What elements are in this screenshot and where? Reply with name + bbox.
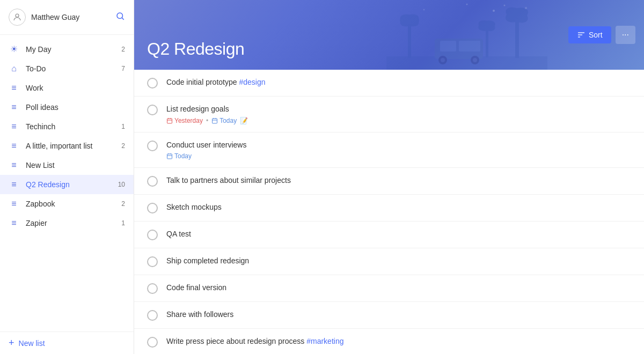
svg-rect-16 — [440, 41, 456, 51]
task-title: Conduct user interviews — [166, 140, 631, 151]
list-icon: ≡ — [9, 160, 19, 170]
nav-badge: 1 — [121, 123, 125, 130]
main-content: Q2 Redesign Sort ··· Code initial protot… — [134, 0, 644, 354]
task-note: 📝 — [240, 117, 248, 124]
task-checkbox[interactable] — [147, 256, 158, 267]
svg-rect-12 — [486, 27, 488, 57]
sidebar-item-work[interactable]: ≡ Work — [0, 78, 134, 98]
task-item[interactable]: Conduct user interviews Today — [134, 132, 644, 168]
svg-rect-8 — [515, 16, 519, 58]
sidebar-item-poll-ideas[interactable]: ≡ Poll ideas — [0, 98, 134, 117]
task-checkbox[interactable] — [147, 203, 158, 213]
svg-point-19 — [441, 58, 445, 62]
svg-point-11 — [507, 10, 526, 20]
task-checkbox[interactable] — [147, 230, 158, 240]
task-content: List redesign goals Yesterday• Today📝 — [166, 104, 631, 124]
nav-badge: 10 — [118, 181, 125, 188]
sidebar-item-q2-redesign[interactable]: ≡ Q2 Redesign 10 — [0, 175, 134, 194]
nav-badge: 2 — [121, 200, 125, 208]
task-title: Sketch mockups — [166, 202, 631, 213]
task-item[interactable]: Ship completed redesign — [134, 248, 644, 275]
task-title: Talk to partners about similar projects — [166, 175, 631, 186]
sort-icon — [577, 31, 586, 39]
task-item[interactable]: Talk to partners about similar projects — [134, 168, 644, 195]
meta-dot: • — [206, 117, 208, 124]
task-checkbox[interactable] — [147, 176, 158, 187]
header-background — [134, 0, 644, 70]
task-item[interactable]: Write press piece about redesign process… — [134, 329, 644, 354]
task-title: Write press piece about redesign process… — [166, 336, 631, 347]
new-list-button[interactable]: + New list — [0, 331, 134, 354]
list-icon: ≡ — [9, 199, 19, 209]
sidebar-item-my-day[interactable]: ☀ My Day 2 — [0, 39, 134, 59]
task-item[interactable]: List redesign goals Yesterday• Today📝 — [134, 97, 644, 132]
task-content: Write press piece about redesign process… — [166, 336, 631, 347]
task-checkbox[interactable] — [147, 283, 158, 294]
task-content: Code initial prototype #design — [166, 77, 631, 88]
user-profile[interactable]: Matthew Guay — [9, 9, 79, 26]
nav-label: Zapier — [26, 219, 121, 227]
nav-badge: 1 — [121, 219, 125, 227]
svg-rect-30 — [167, 119, 172, 123]
task-item[interactable]: Code final version — [134, 275, 644, 302]
task-title: QA test — [166, 229, 631, 240]
task-item[interactable]: Share with followers — [134, 302, 644, 329]
task-title: Ship completed redesign — [166, 256, 631, 267]
task-content: Share with followers — [166, 309, 631, 320]
more-button[interactable]: ··· — [616, 26, 635, 44]
task-item[interactable]: Code initial prototype #design — [134, 70, 644, 97]
sidebar-item-zapbook[interactable]: ≡ Zapbook 2 — [0, 194, 134, 213]
task-content: Sketch mockups — [166, 202, 631, 213]
list-icon: ☀ — [9, 44, 19, 54]
task-content: Code final version — [166, 283, 631, 293]
task-checkbox[interactable] — [147, 141, 158, 151]
list-icon: ≡ — [9, 102, 19, 112]
task-tag: #marketing — [306, 337, 343, 345]
svg-rect-4 — [408, 21, 411, 58]
task-content: Ship completed redesign — [166, 256, 631, 267]
sidebar-item-to-do[interactable]: ⌂ To-Do 7 — [0, 59, 134, 78]
sidebar-item-a-little-important[interactable]: ≡ A little, important list 2 — [0, 136, 134, 156]
task-checkbox[interactable] — [147, 105, 158, 115]
task-item[interactable]: Sketch mockups — [134, 195, 644, 222]
sidebar-item-new-list[interactable]: ≡ New List — [0, 156, 134, 175]
svg-point-23 — [504, 5, 506, 6]
sidebar-item-techinch[interactable]: ≡ Techinch 1 — [0, 117, 134, 136]
task-list: Code initial prototype #design List rede… — [134, 70, 644, 354]
avatar — [9, 9, 26, 26]
list-icon: ≡ — [9, 218, 19, 228]
task-content: QA test — [166, 229, 631, 240]
task-title: List redesign goals — [166, 104, 631, 115]
task-checkbox[interactable] — [147, 78, 158, 88]
svg-rect-17 — [459, 41, 480, 51]
nav-label: Zapbook — [26, 200, 121, 208]
list-icon: ≡ — [9, 180, 19, 189]
task-checkbox[interactable] — [147, 310, 158, 321]
nav-label: New List — [26, 161, 125, 169]
sidebar: Matthew Guay ☀ My Day 2 ⌂ To-Do 7 ≡ Work… — [0, 0, 134, 354]
sort-button[interactable]: Sort — [568, 26, 611, 43]
header-actions: Sort ··· — [568, 26, 635, 44]
task-tag: #design — [239, 78, 265, 86]
list-title: Q2 Redesign — [147, 39, 244, 59]
task-title: Code initial prototype #design — [166, 77, 631, 88]
task-item[interactable]: QA test — [134, 222, 644, 248]
sort-label: Sort — [589, 31, 603, 39]
svg-point-0 — [16, 14, 19, 17]
search-button[interactable] — [115, 11, 125, 24]
task-content: Conduct user interviews Today — [166, 140, 631, 160]
nav-label: To-Do — [26, 64, 121, 73]
task-reminder: Today — [166, 152, 192, 160]
nav-label: A little, important list — [26, 142, 121, 150]
sidebar-item-zapier[interactable]: ≡ Zapier 1 — [0, 213, 134, 233]
list-icon: ⌂ — [9, 64, 19, 73]
task-checkbox[interactable] — [147, 337, 158, 348]
svg-point-25 — [466, 4, 468, 5]
svg-rect-38 — [167, 154, 172, 159]
nav-label: Work — [26, 84, 125, 92]
nav-badge: 2 — [121, 142, 125, 150]
plus-icon: + — [9, 337, 14, 349]
svg-point-21 — [473, 58, 477, 62]
task-due: Yesterday — [166, 117, 203, 124]
nav-label: Poll ideas — [26, 103, 125, 112]
